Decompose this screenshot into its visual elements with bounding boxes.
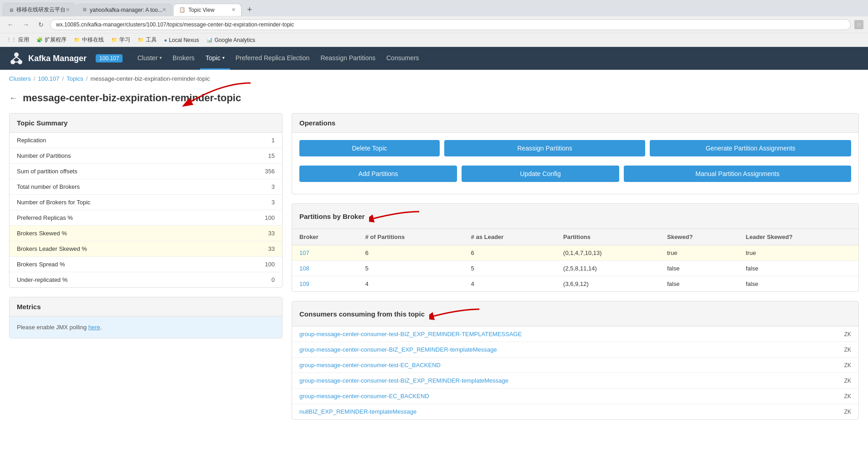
delete-topic-button[interactable]: Delete Topic xyxy=(299,140,440,156)
summary-label: Under-replicated % xyxy=(10,272,223,288)
broker-link[interactable]: 108 xyxy=(299,265,309,272)
new-tab-button[interactable]: + xyxy=(244,4,255,16)
consumer-link[interactable]: group-message-center-consumer-test-BIZ_E… xyxy=(299,331,522,337)
add-partitions-button[interactable]: Add Partitions xyxy=(299,166,457,182)
tab-2-label: yahoo/kafka-manager: A too... xyxy=(90,7,162,13)
nav-consumers[interactable]: Consumers xyxy=(381,47,425,70)
breadcrumb-topics[interactable]: Topics xyxy=(67,75,83,82)
partitions-by-broker-title: Partitions by Broker xyxy=(299,213,365,220)
tab-1[interactable]: 🖥 移移在线研发云平台 ✕ xyxy=(3,3,76,16)
nav-reassign-partitions-label: Reassign Partitions xyxy=(320,54,375,62)
right-column: Operations Delete Topic Reassign Partiti… xyxy=(292,113,859,420)
jmx-message-text: Please enable JMX polling xyxy=(17,324,88,331)
list-item: group-message-center-consumer-test-BIZ_E… xyxy=(292,327,858,342)
list-item: group-message-center-consumer-test-EC_BA… xyxy=(292,358,858,373)
tab-bar: 🖥 移移在线研发云平台 ✕ ⚙ yahoo/kafka-manager: A t… xyxy=(0,0,868,16)
breadcrumb-clusters[interactable]: Clusters xyxy=(9,75,31,82)
broker-link[interactable]: 109 xyxy=(299,280,309,287)
nav-cluster-label: Cluster xyxy=(137,54,157,62)
operations-buttons-container: Delete Topic Reassign Partitions Generat… xyxy=(292,133,858,194)
bookmark-zhongyizaixian[interactable]: 📁 中移在线 xyxy=(72,35,106,45)
bookmark-tools-label: 工具 xyxy=(146,36,157,44)
consumer-link[interactable]: group-message-center-consumer-test-EC_BA… xyxy=(299,362,441,368)
refresh-button[interactable]: ↻ xyxy=(36,20,46,30)
partitions-by-broker-header: Partitions by Broker xyxy=(292,204,858,229)
breadcrumb-sep-3: / xyxy=(86,75,88,82)
tab-1-close[interactable]: ✕ xyxy=(66,7,70,13)
summary-row: Number of Brokers for Topic3 xyxy=(10,195,282,210)
table-row: 108 5 5 (2,5,8,11,14) false false xyxy=(292,261,858,276)
reassign-partitions-button[interactable]: Reassign Partitions xyxy=(444,140,646,156)
list-item: group-message-center-consumer-test-BIZ_E… xyxy=(292,373,858,389)
jmx-message: Please enable JMX polling here. xyxy=(10,317,282,338)
tab-1-label: 移移在线研发云平台 xyxy=(16,6,66,14)
table-row: 107 6 6 (0,1,4,7,10,13) true true xyxy=(292,245,858,261)
bookmark-local-nexus[interactable]: ● Local Nexus xyxy=(162,36,201,44)
summary-row: Number of Partitions15 xyxy=(10,148,282,164)
bookmark-tools[interactable]: 📁 工具 xyxy=(136,35,159,45)
jmx-link[interactable]: here xyxy=(88,324,100,331)
tab-2[interactable]: ⚙ yahoo/kafka-manager: A too... ✕ xyxy=(77,4,172,16)
breadcrumb-cluster-id[interactable]: 100.107 xyxy=(38,75,59,82)
nav-topic[interactable]: Topic ▾ xyxy=(200,47,230,70)
skewed-cell: true xyxy=(660,245,739,261)
cluster-badge: 100.107 xyxy=(96,54,123,62)
bookmark-apps[interactable]: ⋮⋮ 应用 xyxy=(5,35,31,45)
consumer-type: ZK xyxy=(844,362,851,368)
tab-3-close[interactable]: ✕ xyxy=(231,7,236,13)
summary-value: 3 xyxy=(223,195,282,210)
consumers-panel: Consumers consuming from this topic grou… xyxy=(292,301,859,420)
ops-row-1: Delete Topic Reassign Partitions Generat… xyxy=(299,140,851,156)
address-input[interactable] xyxy=(50,19,851,30)
summary-value: 33 xyxy=(223,241,282,257)
as-leader-cell: 5 xyxy=(464,261,556,276)
ops-row-2: Add Partitions Update Config Manual Part… xyxy=(299,166,851,182)
left-column: Topic Summary Replication1Number of Part… xyxy=(9,113,282,420)
summary-value: 356 xyxy=(223,164,282,179)
summary-label: Brokers Spread % xyxy=(10,257,223,272)
col-partitions: Partitions xyxy=(556,229,660,245)
col-as-leader: # as Leader xyxy=(464,229,556,245)
app-nav: Kafka Manager 100.107 Cluster ▾ Brokers … xyxy=(0,47,868,70)
analytics-icon: 📊 xyxy=(206,37,213,43)
folder-icon-2: 📁 xyxy=(111,37,118,43)
forward-button[interactable]: → xyxy=(20,20,32,30)
toolbar-icons: ☆ xyxy=(854,20,863,29)
topic-summary-title: Topic Summary xyxy=(10,114,282,133)
consumer-link[interactable]: group-message-center-consumer-test-BIZ_E… xyxy=(299,377,508,384)
partitions-cell: (3,6,9,12) xyxy=(556,276,660,292)
bookmark-extensions[interactable]: 🧩 扩展程序 xyxy=(35,35,68,45)
summary-row: Brokers Spread %100 xyxy=(10,257,282,272)
tab-2-icon: ⚙ xyxy=(82,7,87,13)
bookmark-study[interactable]: 📁 学习 xyxy=(109,35,132,45)
summary-value: 3 xyxy=(223,179,282,195)
jmx-period: . xyxy=(100,324,102,331)
summary-row: Brokers Leader Skewed %33 xyxy=(10,241,282,257)
breadcrumb-sep-1: / xyxy=(34,75,36,82)
tab-3-label: Topic View xyxy=(188,7,214,13)
manual-partition-assignments-button[interactable]: Manual Partition Assignments xyxy=(624,166,851,182)
summary-row: Preferred Replicas %100 xyxy=(10,210,282,226)
back-button[interactable]: ← xyxy=(5,20,16,30)
consumers-title: Consumers consuming from this topic xyxy=(299,310,425,318)
update-config-button[interactable]: Update Config xyxy=(462,166,619,182)
svg-point-0 xyxy=(14,52,19,57)
consumer-link[interactable]: group-message-center-consumer-EC_BACKEND xyxy=(299,393,429,400)
consumer-link[interactable]: group-message-center-consumer-BIZ_EXP_RE… xyxy=(299,346,497,353)
nav-reassign-partitions[interactable]: Reassign Partitions xyxy=(315,47,381,70)
back-arrow-icon[interactable]: ← xyxy=(9,93,17,103)
nav-brokers[interactable]: Brokers xyxy=(167,47,200,70)
list-item: group-message-center-consumer-BIZ_EXP_RE… xyxy=(292,342,858,358)
tab-2-close[interactable]: ✕ xyxy=(162,7,166,13)
broker-link[interactable]: 107 xyxy=(299,249,309,256)
consumer-link[interactable]: nullBIZ_EXP_REMINDER-templateMessage xyxy=(299,408,416,415)
nav-preferred-replica[interactable]: Preferred Replica Election xyxy=(230,47,315,70)
tab-3[interactable]: 📋 Topic View ✕ xyxy=(173,4,241,16)
bookmark-google-analytics[interactable]: 📊 Google Analytics xyxy=(205,36,257,44)
nav-cluster[interactable]: Cluster ▾ xyxy=(132,47,167,70)
leader-skewed-cell: true xyxy=(739,245,858,261)
summary-value: 0 xyxy=(223,272,282,288)
broker-cell: 107 xyxy=(292,245,358,261)
partitions-cell: (0,1,4,7,10,13) xyxy=(556,245,660,261)
generate-partition-assignments-button[interactable]: Generate Partition Assignments xyxy=(650,140,851,156)
